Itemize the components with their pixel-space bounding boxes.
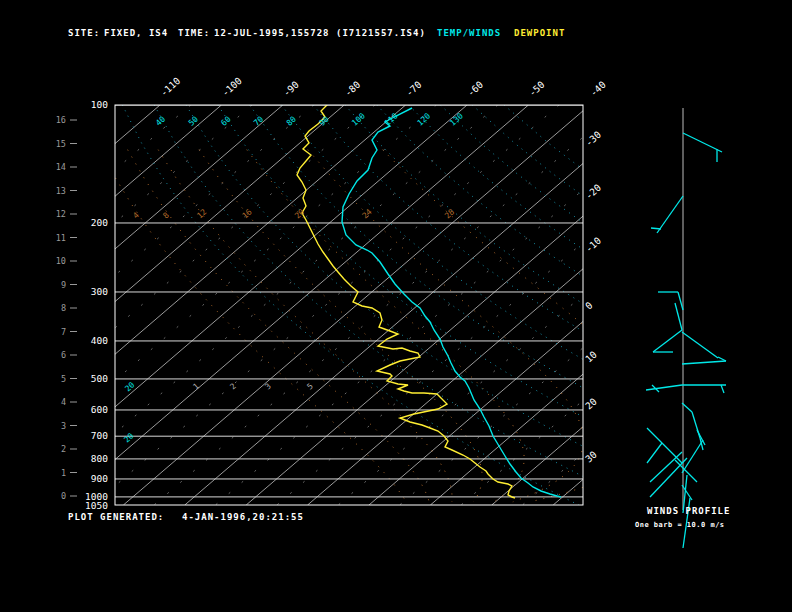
axis-label: -60 (465, 79, 485, 99)
dry-adiabat-line (345, 105, 792, 505)
wind-barb (657, 196, 683, 233)
moist-adiabat-line (247, 150, 525, 502)
axis-label: 700 (91, 430, 108, 441)
axis-label: 120 (416, 111, 433, 127)
wind-barb (653, 330, 682, 352)
axis-label: -100 (219, 75, 244, 99)
axis-label: 400 (91, 335, 108, 346)
axis-label: -10 (583, 235, 603, 255)
isotherm-line (584, 105, 792, 505)
isotherm-line (523, 105, 792, 505)
axis-label: 600 (91, 404, 108, 415)
moist-adiabat-line (383, 150, 662, 502)
dry-adiabat-line (250, 105, 792, 505)
axis-label: 800 (91, 453, 108, 464)
dry-adiabat-line (154, 105, 641, 505)
axis-label: 16 (240, 207, 253, 220)
axis-label: 20 (123, 380, 136, 393)
wind-barb (718, 357, 726, 361)
axis-label: 40 (154, 114, 167, 127)
wind-barb (682, 361, 726, 364)
isotherm-line (492, 105, 792, 505)
wind-barb (675, 303, 682, 330)
isotherm-line (430, 105, 792, 505)
isotherm-line (0, 105, 160, 505)
axis-label: 8 (61, 303, 66, 313)
axis-label: -70 (404, 79, 424, 99)
isotherm-line (0, 105, 314, 505)
axis-label: 10 (583, 348, 599, 364)
axis-label: 28 (443, 207, 456, 220)
axis-label: 100 (350, 111, 367, 127)
wind-barb (721, 385, 724, 393)
isotherm-line (246, 105, 712, 505)
axis-label: 70 (252, 114, 265, 127)
isotherm-line (277, 105, 743, 505)
temperature-trace (342, 108, 561, 497)
dry-adiabat-line (409, 105, 792, 505)
axis-label: -110 (158, 75, 183, 99)
plot-area (0, 104, 792, 505)
wind-barb (647, 443, 662, 463)
dry-adiabat-line (281, 105, 792, 505)
axis-label: 10 (56, 256, 66, 266)
plot-frame (115, 105, 583, 505)
isotherm-line (615, 105, 792, 505)
winds-scale-note: One barb = 10.0 m/s (635, 521, 725, 529)
isotherm-line (123, 105, 589, 505)
isotherm-line (308, 105, 774, 505)
axis-label: 15 (56, 139, 66, 149)
dry-adiabat-line (504, 105, 792, 505)
isotherm-line (645, 105, 792, 505)
isotherm-line (31, 105, 497, 505)
axis-label: -80 (342, 79, 362, 99)
axis-label: 200 (91, 217, 108, 228)
axis-label: 11 (56, 233, 66, 243)
axis-label: 16 (56, 115, 66, 125)
axis-label: 8 (161, 210, 171, 220)
axis-label: -50 (526, 79, 546, 99)
axis-label: 3 (61, 421, 66, 431)
wind-barb (650, 452, 682, 482)
axis-label: 130 (448, 111, 465, 127)
plot-generated-value: 4-JAN-1996,20:21:55 (182, 512, 304, 522)
isotherm-line (216, 105, 682, 505)
isotherm-line (0, 105, 252, 505)
wind-barb (682, 440, 703, 473)
dry-adiabat-line (313, 105, 792, 505)
axis-label: -30 (583, 129, 603, 149)
axis-label: 300 (91, 286, 108, 297)
axis-label: 4 (61, 397, 66, 407)
axis-label: 2 (61, 444, 66, 454)
dry-adiabat-line (218, 105, 766, 505)
wind-barb (682, 332, 718, 358)
axis-label: 0 (61, 491, 66, 501)
isotherm-line (338, 105, 792, 505)
axis-label: 4 (131, 210, 141, 220)
axis-label: 5 (61, 374, 66, 384)
moist-adiabat-line (199, 150, 482, 502)
axis-label: 2 (228, 381, 238, 391)
dry-adiabat-line (440, 105, 792, 505)
axis-label: 1 (61, 468, 66, 478)
axis-label: 9 (61, 280, 66, 290)
axis-label: 80 (285, 114, 298, 127)
wind-barb (646, 385, 682, 390)
axis-label: 50 (187, 114, 200, 127)
isotherm-line (0, 105, 221, 505)
axis-label: 12 (56, 209, 66, 219)
axis-label: -90 (281, 79, 301, 99)
axis-label: 14 (56, 162, 66, 172)
axis-label: 30 (583, 448, 599, 464)
axis-label: 6 (61, 350, 66, 360)
axis-label: -20 (583, 182, 603, 202)
isotherm-line (1, 105, 467, 505)
axis-label: -40 (588, 79, 608, 99)
isotherm-line (93, 105, 559, 505)
sounding-plot-screen: SITE: FIXED, IS4 TIME: 12-JUL-1995,15572… (0, 0, 792, 612)
isotherm-line (0, 105, 191, 505)
axis-label: 20 (122, 431, 135, 444)
axis-label: 3 (263, 381, 273, 391)
wind-barb (651, 228, 661, 229)
axis-label: 13 (56, 186, 66, 196)
